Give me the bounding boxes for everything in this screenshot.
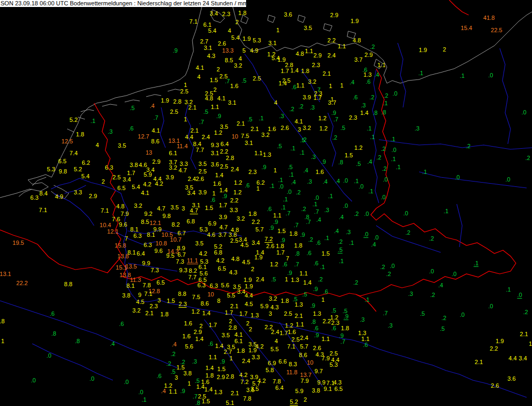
station-value: 2.5 <box>112 175 120 180</box>
station-value: 1.3 <box>214 389 222 395</box>
station-value: 2 <box>229 318 232 324</box>
station-value: 6.1 <box>198 264 206 270</box>
station-value: 6.3 <box>105 165 113 171</box>
station-value: .0 <box>383 177 387 183</box>
station-value: 4.2 <box>255 344 263 350</box>
station-value: 1.8 <box>294 243 302 249</box>
station-value: .1 <box>278 177 283 183</box>
station-value: 1.2 <box>270 262 278 267</box>
station-value: 3.9 <box>198 190 206 195</box>
station-value: 4.3 <box>229 270 237 276</box>
station-value: 1 <box>256 186 260 192</box>
station-value: 3 <box>298 127 301 133</box>
station-value: 9.9 <box>317 380 325 386</box>
station-value: 3.1 <box>228 100 236 106</box>
station-value: .5 <box>130 105 134 111</box>
map-title: SON 23.09.18 06:00 UTC Bodenwettermeldun… <box>1 0 246 6</box>
station-value: .4 <box>334 228 339 234</box>
station-value: 1.1 <box>296 322 304 328</box>
station-value: .0 <box>363 231 368 238</box>
station-value: 9.3 <box>211 142 219 148</box>
station-value: .1 <box>418 70 423 76</box>
station-value: 3.7 <box>218 232 226 238</box>
station-value: 5.8 <box>265 367 274 373</box>
station-value: 3.4 <box>251 240 260 246</box>
station-value: 2.5 <box>170 109 178 115</box>
station-value: .0 <box>286 189 291 195</box>
station-value: 2.6 <box>218 41 226 47</box>
station-value: 8.2 <box>171 222 179 228</box>
station-value: 5.6 <box>199 271 207 277</box>
station-value: .0 <box>390 263 394 269</box>
station-value: .6 <box>306 250 311 256</box>
weather-map-screen: 3.42.31.83.62.91.97.16.15.4243.5141.815.… <box>0 0 532 406</box>
station-value: 2.8 <box>226 155 234 161</box>
station-value: 1.6 <box>213 181 221 187</box>
station-value: 1.2 <box>233 190 241 195</box>
station-value: 11.8 <box>286 369 298 375</box>
station-value: 11.4 <box>177 143 188 149</box>
station-value: 6.5 <box>117 185 125 191</box>
station-value: 1.9 <box>242 36 250 42</box>
station-value: 8.8 <box>178 291 186 297</box>
station-value: .9 <box>216 113 221 119</box>
stations-layer: 3.42.31.83.62.91.97.16.15.4243.5141.815.… <box>0 0 532 406</box>
station-value: 3.2 <box>132 308 140 314</box>
station-value: .9 <box>314 332 319 338</box>
station-value: 1.1 <box>337 44 346 49</box>
station-value: 2.5 <box>220 164 228 170</box>
station-value: 1 <box>229 356 233 361</box>
station-value: 2.1 <box>190 128 198 134</box>
station-value: .7 <box>153 115 158 121</box>
station-value: 5.3 <box>329 362 337 368</box>
station-value: .1 <box>299 150 304 156</box>
station-value: 3.1 <box>204 45 212 51</box>
station-value: .0 <box>459 312 464 318</box>
station-value: .7 <box>293 222 298 228</box>
station-value: .2 <box>296 190 300 195</box>
station-value: 7.1 <box>100 208 109 214</box>
station-value: 5.9 <box>143 172 152 178</box>
station-value: .3 <box>408 291 413 297</box>
station-value: 3.1 <box>245 140 253 146</box>
station-value: 3.9 <box>250 374 258 380</box>
station-value: 4 <box>239 56 242 62</box>
station-value: .1 <box>391 156 396 162</box>
station-value: 6.5 <box>334 386 342 392</box>
station-value: .6 <box>156 373 161 379</box>
station-value: .3 <box>346 229 350 235</box>
station-value: 7.8 <box>272 379 281 385</box>
station-value: 1 <box>1 338 4 344</box>
station-value: 1.9 <box>161 98 169 104</box>
station-value: 5.2 <box>290 399 298 405</box>
station-value: 1.5 <box>167 298 175 304</box>
station-value: 4.7 <box>219 224 227 230</box>
station-value: 1.9 <box>245 284 253 289</box>
station-value: .2 <box>380 264 385 270</box>
station-value: 2.1 <box>475 359 483 365</box>
station-value: .0 <box>517 292 522 299</box>
station-value: 3.3 <box>229 207 238 213</box>
station-value: .6 <box>353 95 357 100</box>
station-value: .0 <box>403 211 408 216</box>
station-value: 8.6 <box>299 352 307 358</box>
station-value: 2.5 <box>230 238 238 244</box>
station-value: .1 <box>328 193 333 199</box>
station-value: .5 <box>337 247 342 253</box>
station-value: .9 <box>287 270 292 276</box>
station-value: .7 <box>199 119 204 125</box>
station-value: 2.9 <box>313 53 321 59</box>
station-value: .6 <box>315 240 320 246</box>
station-value: 5.4 <box>208 28 216 34</box>
station-value: .4 <box>161 388 166 394</box>
station-value: 1.7 <box>276 250 284 256</box>
station-value: 1.4 <box>195 336 203 342</box>
station-value: 2.3 <box>312 62 320 68</box>
station-value: 4.2 <box>239 372 247 378</box>
station-value: 1.4 <box>278 81 286 86</box>
station-value: 3.9 <box>166 175 174 180</box>
station-value: 4.5 <box>240 242 248 248</box>
station-value: .2 <box>301 137 306 143</box>
station-value: 4.5 <box>136 299 144 305</box>
station-value: 2.1 <box>145 310 153 316</box>
